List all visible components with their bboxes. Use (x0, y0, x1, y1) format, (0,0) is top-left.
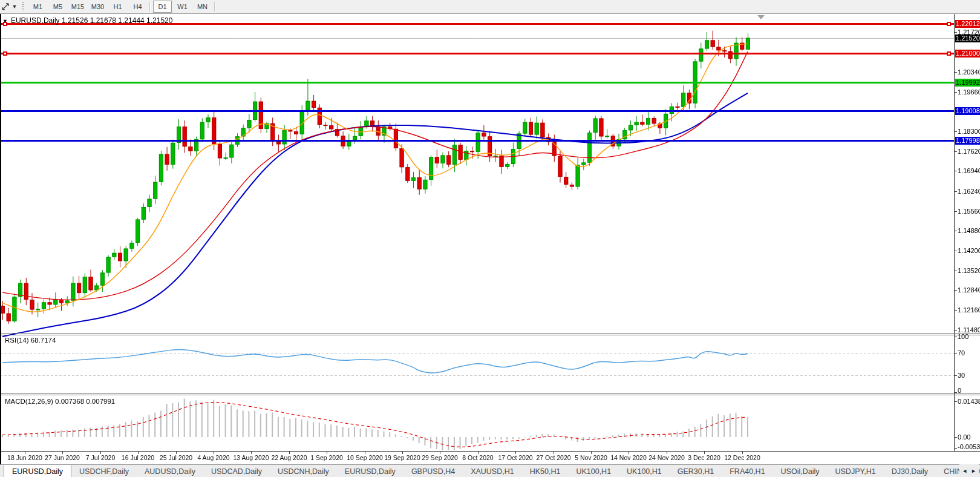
price-tick-label: 1.14880 (958, 227, 980, 234)
timeframe-button-m30[interactable]: M30 (88, 1, 107, 13)
price-tick-label: 1.16940 (958, 167, 980, 174)
crosshair-tool-icon[interactable] (0, 2, 11, 12)
date-tick-label: 25 Jul 2020 (160, 454, 192, 461)
chart-tab-uk100-h1[interactable]: UK100,H1 (619, 465, 670, 477)
macd-tick-label: 0.014384 (958, 398, 980, 405)
level-price-label[interactable]: 1.21000 (955, 50, 980, 58)
chart-tab-eurusd-daily[interactable]: EURUSD,Daily (4, 465, 71, 477)
date-tick-label: 27 Jun 2020 (45, 454, 80, 461)
date-tick-label: 18 Jun 2020 (7, 454, 42, 461)
chart-title: ▼EURUSD,Daily 1.21526 1.21678 1.21444 1.… (2, 16, 172, 25)
date-tick-label: 19 Sep 2020 (384, 454, 420, 461)
chart-tab-ger30-h1[interactable]: GER30,H1 (670, 465, 722, 477)
rsi-label: RSI(14) 68.7174 (5, 337, 56, 344)
timeframe-button-h4[interactable]: H4 (128, 1, 147, 13)
date-tick-label: 17 Oct 2020 (498, 454, 532, 461)
chart-tab-dj30-daily[interactable]: DJ30,Daily (884, 465, 936, 477)
date-tick-label: 22 Aug 2020 (272, 454, 307, 461)
timeframe-button-m15[interactable]: M15 (68, 1, 87, 13)
rsi-tick-label: 30 (958, 372, 965, 379)
date-tick-label: 3 Dec 2020 (688, 454, 720, 461)
macd-tick-label: 0.00 (958, 433, 970, 441)
chart-tab-usoil-daily[interactable]: USOil,Daily (773, 465, 828, 477)
chart-tab-eurusd-daily[interactable]: EURUSD,Daily (337, 465, 403, 477)
price-tick-label: 1.20340 (958, 68, 980, 76)
toolbar-separator (214, 2, 215, 12)
chart-tab-hk50-h1[interactable]: HK50,H1 (522, 465, 569, 477)
mt4-window: ▼ M1M5M15M30H1H4D1W1MN ▼EURUSD,Daily 1.2… (0, 0, 980, 477)
tab-scroll-arrows: ◄► (959, 464, 979, 477)
date-tick-label: 4 Aug 2020 (197, 454, 229, 461)
tab-scroll-right-icon[interactable]: ► (971, 468, 976, 474)
chart-tab-usdjpy-h1[interactable]: USDJPY,H1 (828, 465, 884, 477)
chart-tab-usdcad-daily[interactable]: USDCAD,Daily (203, 465, 270, 477)
chart-tab-audusd-daily[interactable]: AUDUSD,Daily (137, 465, 203, 477)
rsi-tick-label: 100 (958, 333, 969, 340)
timeframe-toolbar: ▼ M1M5M15M30H1H4D1W1MN (0, 0, 980, 14)
date-tick-label: 29 Sep 2020 (422, 454, 458, 461)
date-tick-label: 27 Oct 2020 (536, 454, 570, 461)
tab-scroll-left-icon[interactable]: ◄ (962, 468, 967, 474)
chart-tab-uk100-h1[interactable]: UK100,H1 (568, 465, 619, 477)
chart-tab-gbpusd-h4[interactable]: GBPUSD,H4 (403, 465, 463, 477)
date-tick-label: 8 Oct 2020 (462, 454, 493, 461)
chart-tab-fra40-h1[interactable]: FRA40,H1 (722, 465, 773, 477)
price-tick-label: 1.15560 (958, 208, 980, 215)
current-price-label: 1.21520 (955, 35, 980, 42)
tool-dropdown-caret-icon[interactable]: ▼ (11, 4, 18, 10)
chart-title-text: EURUSD,Daily 1.21526 1.21678 1.21444 1.2… (11, 16, 173, 25)
price-tick-label: 1.13520 (958, 267, 980, 274)
chart-tab-bar: EURUSD,DailyUSDCHF,DailyAUDUSD,DailyUSDC… (0, 464, 980, 477)
macd-tick-label: -0.005396 (958, 443, 980, 450)
date-tick-label: 1 Sep 2020 (310, 454, 343, 461)
timeframe-button-m1[interactable]: M1 (28, 1, 47, 13)
price-tick-label: 1.16240 (958, 188, 980, 195)
date-tick-label: 7 Jul 2020 (86, 454, 115, 461)
level-price-label[interactable]: 1.19008 (955, 107, 980, 115)
timeframe-button-mn[interactable]: MN (193, 1, 212, 13)
date-tick-label: 13 Aug 2020 (234, 454, 269, 461)
toolbar-grip[interactable] (22, 2, 24, 11)
price-tick-label: 1.12160 (958, 306, 980, 314)
rsi-tick-label: 70 (958, 349, 965, 357)
macd-label: MACD(12,26,9) 0.007368 0.007991 (5, 398, 115, 405)
level-price-label[interactable]: 1.22012 (955, 20, 980, 28)
chart-tab-usdchf-daily[interactable]: USDCHF,Daily (71, 465, 137, 477)
level-price-label[interactable]: 1.17998 (955, 137, 980, 145)
date-tick-label: 12 Dec 2020 (724, 454, 760, 461)
timeframe-button-w1[interactable]: W1 (173, 1, 192, 13)
rsi-tick-label: 0 (958, 387, 961, 394)
price-tick-label: 1.14200 (958, 247, 980, 254)
toolbar-separator (149, 2, 151, 12)
chart-tab-usdcnh-daily[interactable]: USDCNH,Daily (270, 465, 337, 477)
symbol-menu-arrow-icon[interactable]: ▼ (2, 18, 8, 24)
price-tick-label: 1.18300 (958, 128, 980, 135)
level-price-label[interactable]: 1.19992 (955, 79, 980, 87)
timeframe-button-m5[interactable]: M5 (48, 1, 67, 13)
chart-canvas[interactable] (0, 0, 980, 477)
timeframe-buttons: M1M5M15M30H1H4D1W1MN (28, 1, 217, 13)
timeframe-button-h1[interactable]: H1 (108, 1, 127, 13)
date-tick-label: 5 Nov 2020 (575, 454, 607, 461)
price-tick-label: 1.19660 (958, 88, 980, 96)
price-tick-label: 1.17620 (958, 148, 980, 155)
date-tick-label: 24 Nov 2020 (648, 454, 685, 461)
date-tick-label: 16 Jul 2020 (122, 454, 154, 461)
date-tick-label: 10 Sep 2020 (347, 454, 383, 461)
date-tick-label: 14 Nov 2020 (610, 454, 647, 461)
window-left-border (0, 13, 1, 477)
chart-tab-xauusd-h1[interactable]: XAUUSD,H1 (463, 465, 522, 477)
timeframe-button-d1[interactable]: D1 (153, 1, 172, 13)
price-tick-label: 1.12840 (958, 286, 980, 294)
